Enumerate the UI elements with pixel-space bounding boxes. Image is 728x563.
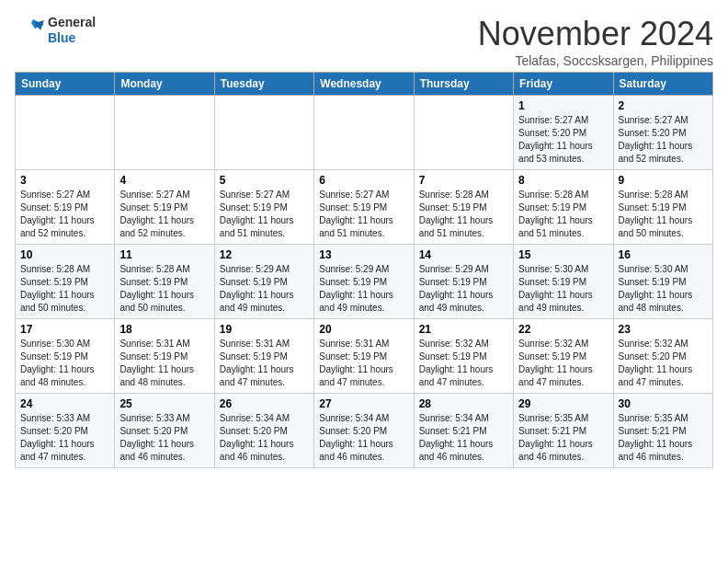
day-number: 29: [518, 397, 608, 410]
day-info: Sunrise: 5:32 AMSunset: 5:20 PMDaylight:…: [619, 338, 708, 389]
calendar-cell: 16Sunrise: 5:30 AMSunset: 5:19 PMDayligh…: [613, 245, 712, 319]
day-info: Sunrise: 5:35 AMSunset: 5:21 PMDaylight:…: [518, 412, 608, 464]
calendar-cell: 23Sunrise: 5:32 AMSunset: 5:20 PMDayligh…: [613, 319, 712, 394]
logo-bird-icon: [15, 16, 44, 45]
day-number: 30: [619, 397, 708, 410]
day-number: 25: [119, 397, 209, 410]
day-number: 4: [119, 174, 209, 187]
day-info: Sunrise: 5:31 AMSunset: 5:19 PMDaylight:…: [119, 338, 209, 389]
calendar-cell: 25Sunrise: 5:33 AMSunset: 5:20 PMDayligh…: [115, 394, 214, 468]
calendar-cell: [115, 96, 214, 170]
day-number: 21: [419, 323, 508, 336]
day-info: Sunrise: 5:28 AMSunset: 5:19 PMDaylight:…: [619, 189, 708, 240]
calendar-cell: [414, 96, 513, 170]
day-number: 10: [20, 248, 109, 261]
day-info: Sunrise: 5:32 AMSunset: 5:19 PMDaylight:…: [419, 338, 508, 389]
calendar-cell: 19Sunrise: 5:31 AMSunset: 5:19 PMDayligh…: [214, 319, 313, 394]
calendar-cell: 13Sunrise: 5:29 AMSunset: 5:19 PMDayligh…: [314, 245, 414, 319]
calendar-cell: 27Sunrise: 5:34 AMSunset: 5:20 PMDayligh…: [314, 394, 414, 468]
calendar-week-3: 10Sunrise: 5:28 AMSunset: 5:19 PMDayligh…: [16, 245, 713, 319]
day-info: Sunrise: 5:30 AMSunset: 5:19 PMDaylight:…: [619, 263, 708, 315]
page-header: General Blue November 2024 Telafas, Socc…: [15, 15, 713, 68]
calendar-cell: 18Sunrise: 5:31 AMSunset: 5:19 PMDayligh…: [115, 319, 214, 394]
calendar-cell: 9Sunrise: 5:28 AMSunset: 5:19 PMDaylight…: [613, 170, 712, 245]
day-info: Sunrise: 5:27 AMSunset: 5:19 PMDaylight:…: [319, 189, 408, 240]
month-title: November 2024: [478, 15, 713, 53]
day-number: 7: [419, 174, 508, 187]
weekday-header-thursday: Thursday: [414, 73, 513, 96]
day-info: Sunrise: 5:31 AMSunset: 5:19 PMDaylight:…: [220, 338, 309, 389]
weekday-header-row: SundayMondayTuesdayWednesdayThursdayFrid…: [16, 73, 713, 96]
day-number: 16: [619, 248, 708, 261]
day-info: Sunrise: 5:31 AMSunset: 5:19 PMDaylight:…: [319, 338, 408, 389]
calendar-cell: 28Sunrise: 5:34 AMSunset: 5:21 PMDayligh…: [414, 394, 513, 468]
day-number: 3: [20, 174, 109, 187]
day-number: 18: [119, 323, 209, 336]
calendar-cell: 26Sunrise: 5:34 AMSunset: 5:20 PMDayligh…: [214, 394, 313, 468]
day-number: 24: [20, 397, 109, 410]
calendar-cell: [214, 96, 313, 170]
day-info: Sunrise: 5:28 AMSunset: 5:19 PMDaylight:…: [20, 263, 109, 315]
calendar-table: SundayMondayTuesdayWednesdayThursdayFrid…: [15, 72, 713, 468]
day-number: 6: [319, 174, 408, 187]
calendar-cell: 29Sunrise: 5:35 AMSunset: 5:21 PMDayligh…: [514, 394, 613, 468]
calendar-cell: 22Sunrise: 5:32 AMSunset: 5:19 PMDayligh…: [514, 319, 613, 394]
day-info: Sunrise: 5:33 AMSunset: 5:20 PMDaylight:…: [119, 412, 209, 464]
calendar-cell: 10Sunrise: 5:28 AMSunset: 5:19 PMDayligh…: [16, 245, 115, 319]
calendar-week-1: 1Sunrise: 5:27 AMSunset: 5:20 PMDaylight…: [16, 96, 713, 170]
day-number: 1: [518, 99, 608, 112]
day-info: Sunrise: 5:34 AMSunset: 5:20 PMDaylight:…: [220, 412, 309, 464]
calendar-cell: 12Sunrise: 5:29 AMSunset: 5:19 PMDayligh…: [214, 245, 313, 319]
day-number: 14: [419, 248, 508, 261]
day-info: Sunrise: 5:30 AMSunset: 5:19 PMDaylight:…: [518, 263, 608, 315]
day-info: Sunrise: 5:34 AMSunset: 5:21 PMDaylight:…: [419, 412, 508, 464]
day-number: 12: [220, 248, 309, 261]
logo-text: General Blue: [48, 15, 96, 46]
day-number: 20: [319, 323, 408, 336]
weekday-header-sunday: Sunday: [16, 73, 115, 96]
calendar-cell: 21Sunrise: 5:32 AMSunset: 5:19 PMDayligh…: [414, 319, 513, 394]
day-info: Sunrise: 5:27 AMSunset: 5:19 PMDaylight:…: [220, 189, 309, 240]
day-number: 19: [220, 323, 309, 336]
weekday-header-wednesday: Wednesday: [314, 73, 414, 96]
logo-container: General Blue: [15, 15, 96, 46]
location-subtitle: Telafas, Soccsksargen, Philippines: [478, 53, 713, 68]
day-info: Sunrise: 5:27 AMSunset: 5:19 PMDaylight:…: [119, 189, 209, 240]
day-info: Sunrise: 5:35 AMSunset: 5:21 PMDaylight:…: [619, 412, 708, 464]
calendar-cell: 7Sunrise: 5:28 AMSunset: 5:19 PMDaylight…: [414, 170, 513, 245]
calendar-cell: 5Sunrise: 5:27 AMSunset: 5:19 PMDaylight…: [214, 170, 313, 245]
day-info: Sunrise: 5:33 AMSunset: 5:20 PMDaylight:…: [20, 412, 109, 464]
day-number: 11: [119, 248, 209, 261]
calendar-week-4: 17Sunrise: 5:30 AMSunset: 5:19 PMDayligh…: [16, 319, 713, 394]
calendar-cell: 15Sunrise: 5:30 AMSunset: 5:19 PMDayligh…: [514, 245, 613, 319]
day-number: 9: [619, 174, 708, 187]
calendar-cell: 1Sunrise: 5:27 AMSunset: 5:20 PMDaylight…: [514, 96, 613, 170]
title-block: November 2024 Telafas, Soccsksargen, Phi…: [478, 15, 713, 68]
calendar-week-5: 24Sunrise: 5:33 AMSunset: 5:20 PMDayligh…: [16, 394, 713, 468]
weekday-header-saturday: Saturday: [613, 73, 712, 96]
day-info: Sunrise: 5:27 AMSunset: 5:19 PMDaylight:…: [20, 189, 109, 240]
calendar-cell: 2Sunrise: 5:27 AMSunset: 5:20 PMDaylight…: [613, 96, 712, 170]
calendar-cell: 24Sunrise: 5:33 AMSunset: 5:20 PMDayligh…: [16, 394, 115, 468]
day-info: Sunrise: 5:27 AMSunset: 5:20 PMDaylight:…: [518, 114, 608, 166]
day-number: 13: [319, 248, 408, 261]
day-number: 5: [220, 174, 309, 187]
calendar-cell: 20Sunrise: 5:31 AMSunset: 5:19 PMDayligh…: [314, 319, 414, 394]
calendar-cell: 14Sunrise: 5:29 AMSunset: 5:19 PMDayligh…: [414, 245, 513, 319]
day-info: Sunrise: 5:28 AMSunset: 5:19 PMDaylight:…: [518, 189, 608, 240]
calendar-cell: 30Sunrise: 5:35 AMSunset: 5:21 PMDayligh…: [613, 394, 712, 468]
calendar-week-2: 3Sunrise: 5:27 AMSunset: 5:19 PMDaylight…: [16, 170, 713, 245]
weekday-header-monday: Monday: [115, 73, 214, 96]
day-info: Sunrise: 5:28 AMSunset: 5:19 PMDaylight:…: [119, 263, 209, 315]
day-info: Sunrise: 5:29 AMSunset: 5:19 PMDaylight:…: [319, 263, 408, 315]
weekday-header-friday: Friday: [514, 73, 613, 96]
day-number: 28: [419, 397, 508, 410]
day-info: Sunrise: 5:32 AMSunset: 5:19 PMDaylight:…: [518, 338, 608, 389]
calendar-cell: 8Sunrise: 5:28 AMSunset: 5:19 PMDaylight…: [514, 170, 613, 245]
calendar-cell: 6Sunrise: 5:27 AMSunset: 5:19 PMDaylight…: [314, 170, 414, 245]
day-info: Sunrise: 5:29 AMSunset: 5:19 PMDaylight:…: [220, 263, 309, 315]
day-number: 26: [220, 397, 309, 410]
calendar-cell: 11Sunrise: 5:28 AMSunset: 5:19 PMDayligh…: [115, 245, 214, 319]
calendar-cell: [314, 96, 414, 170]
day-info: Sunrise: 5:30 AMSunset: 5:19 PMDaylight:…: [20, 338, 109, 389]
